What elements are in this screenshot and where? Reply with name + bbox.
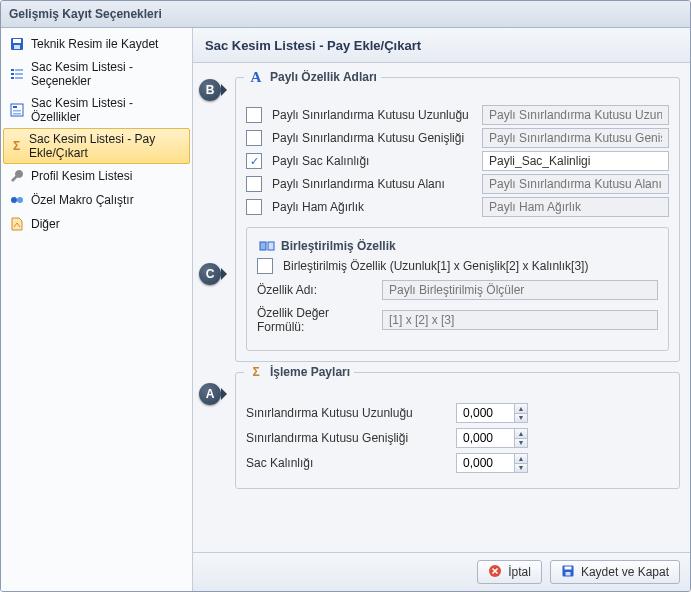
sidebar-item-other[interactable]: Diğer [1, 212, 192, 236]
group-machining-allowances: Σ İşleme Payları Sınırlandırma Kutusu Uz… [235, 372, 680, 489]
row-raw-weight: ✓ Paylı Ham Ağırlık [246, 197, 669, 217]
label-bbox-length: Paylı Sınırlandırma Kutusu Uzunluğu [272, 108, 472, 122]
svg-rect-11 [13, 110, 21, 112]
checkbox-bbox-length[interactable]: ✓ [246, 107, 262, 123]
sidebar-item-custom-macro[interactable]: Özel Makro Çalıştır [1, 188, 192, 212]
save-icon [9, 36, 25, 52]
svg-rect-6 [15, 73, 23, 75]
sidebar-item-label: Sac Kesim Listesi - Pay Ekle/Çıkart [29, 132, 183, 160]
svg-rect-8 [15, 77, 23, 79]
sidebar-item-cutlist-props[interactable]: Sac Kesim Listesi - Özellikler [1, 92, 192, 128]
spin-buttons: ▲ ▼ [514, 453, 528, 473]
window-body: Teknik Resim ile Kaydet Sac Kesim Listes… [1, 28, 690, 591]
checkbox-merged[interactable]: ✓ [257, 258, 273, 274]
group-merged-property: Birleştirilmiş Özellik ✓ Birleştirilmiş … [246, 227, 669, 351]
spin-buttons: ▲ ▼ [514, 428, 528, 448]
group-allowance-names-title: A Paylı Özellik Adları [244, 69, 381, 85]
input-bbox-width[interactable] [482, 128, 669, 148]
sigma-icon: Σ [10, 138, 23, 154]
spin-up-button[interactable]: ▲ [515, 429, 527, 439]
label-merged: Birleştirilmiş Özellik (Uzunluk[1] x Gen… [283, 259, 588, 273]
label-bbox-width: Paylı Sınırlandırma Kutusu Genişliği [272, 131, 472, 145]
group-machining-title-text: İşleme Payları [270, 365, 350, 379]
input-alw-thickness[interactable] [456, 453, 514, 473]
callout-a: A [199, 383, 221, 405]
cancel-button-label: İptal [508, 565, 531, 579]
svg-rect-10 [13, 106, 17, 108]
sidebar-item-cutlist-allowance[interactable]: Σ Sac Kesim Listesi - Pay Ekle/Çıkart [3, 128, 190, 164]
input-bbox-area[interactable] [482, 174, 669, 194]
row-alw-thickness: Sac Kalınlığı ▲ ▼ [246, 453, 669, 473]
row-alw-length: Sınırlandırma Kutusu Uzunluğu ▲ ▼ [246, 403, 669, 423]
row-bbox-width: ✓ Paylı Sınırlandırma Kutusu Genişliği [246, 128, 669, 148]
checkbox-thickness[interactable]: ✓ [246, 153, 262, 169]
group-machining-title: Σ İşleme Payları [244, 364, 354, 380]
label-thickness: Paylı Sac Kalınlığı [272, 154, 472, 168]
spin-up-button[interactable]: ▲ [515, 404, 527, 414]
spin-down-button[interactable]: ▼ [515, 464, 527, 473]
group-merged-title-text: Birleştirilmiş Özellik [281, 239, 396, 253]
sidebar-item-label: Sac Kesim Listesi - Özellikler [31, 96, 184, 124]
checkbox-bbox-area[interactable]: ✓ [246, 176, 262, 192]
row-merged-formula: Özellik Değer Formülü: [257, 306, 658, 334]
group-allowance-names: A Paylı Özellik Adları ✓ Paylı Sınırland… [235, 77, 680, 362]
sidebar-item-save-drawing[interactable]: Teknik Resim ile Kaydet [1, 32, 192, 56]
save-button-label: Kaydet ve Kapat [581, 565, 669, 579]
svg-rect-15 [260, 242, 266, 250]
spinner-alw-width: ▲ ▼ [456, 428, 528, 448]
window-title: Gelişmiş Kayıt Seçenekleri [1, 1, 690, 28]
spin-down-button[interactable]: ▼ [515, 439, 527, 448]
row-bbox-area: ✓ Paylı Sınırlandırma Kutusu Alanı [246, 174, 669, 194]
other-icon [9, 216, 25, 232]
input-bbox-length[interactable] [482, 105, 669, 125]
label-alw-length: Sınırlandırma Kutusu Uzunluğu [246, 406, 446, 420]
callout-b: B [199, 79, 221, 101]
sidebar-item-label: Özel Makro Çalıştır [31, 193, 134, 207]
input-raw-weight[interactable] [482, 197, 669, 217]
svg-point-14 [17, 197, 23, 203]
spin-down-button[interactable]: ▼ [515, 414, 527, 423]
label-merged-formula: Özellik Değer Formülü: [257, 306, 372, 334]
sidebar: Teknik Resim ile Kaydet Sac Kesim Listes… [1, 28, 193, 591]
save-icon [561, 564, 575, 581]
merge-icon [259, 238, 275, 254]
group-merged-title: Birleştirilmiş Özellik [255, 238, 400, 254]
row-thickness: ✓ Paylı Sac Kalınlığı [246, 151, 669, 171]
spinner-alw-thickness: ▲ ▼ [456, 453, 528, 473]
svg-rect-5 [11, 73, 14, 75]
input-merged-formula[interactable] [382, 310, 658, 330]
sidebar-item-label: Teknik Resim ile Kaydet [31, 37, 158, 51]
input-thickness[interactable] [482, 151, 669, 171]
page-title: Sac Kesim Listesi - Pay Ekle/Çıkart [193, 28, 690, 63]
sidebar-item-profile-cutlist[interactable]: Profil Kesim Listesi [1, 164, 192, 188]
input-alw-length[interactable] [456, 403, 514, 423]
label-raw-weight: Paylı Ham Ağırlık [272, 200, 472, 214]
svg-rect-3 [11, 69, 14, 71]
input-alw-width[interactable] [456, 428, 514, 448]
sidebar-item-cutlist-options[interactable]: Sac Kesim Listesi - Seçenekler [1, 56, 192, 92]
svg-rect-12 [13, 113, 21, 115]
row-bbox-length: ✓ Paylı Sınırlandırma Kutusu Uzunluğu [246, 105, 669, 125]
dialog-window: Gelişmiş Kayıt Seçenekleri Teknik Resim … [0, 0, 691, 592]
row-merged-checkbox: ✓ Birleştirilmiş Özellik (Uzunluk[1] x G… [257, 258, 658, 274]
wrench-icon [9, 168, 25, 184]
macro-icon [9, 192, 25, 208]
save-and-close-button[interactable]: Kaydet ve Kapat [550, 560, 680, 584]
sidebar-item-label: Sac Kesim Listesi - Seçenekler [31, 60, 184, 88]
svg-rect-2 [14, 45, 20, 49]
main-content: B C A A Paylı Özellik Adları ✓ Paylı Sın… [193, 63, 690, 552]
label-merged-name: Özellik Adı: [257, 283, 372, 297]
cancel-icon [488, 564, 502, 581]
input-merged-name[interactable] [382, 280, 658, 300]
spin-up-button[interactable]: ▲ [515, 454, 527, 464]
dialog-footer: İptal Kaydet ve Kapat [193, 552, 690, 591]
checkbox-raw-weight[interactable]: ✓ [246, 199, 262, 215]
group-title-text: Paylı Özellik Adları [270, 70, 377, 84]
list-icon [9, 66, 25, 82]
svg-rect-19 [564, 566, 571, 569]
checkbox-bbox-width[interactable]: ✓ [246, 130, 262, 146]
cancel-button[interactable]: İptal [477, 560, 542, 584]
spin-buttons: ▲ ▼ [514, 403, 528, 423]
letter-a-icon: A [248, 69, 264, 85]
sidebar-item-label: Diğer [31, 217, 60, 231]
